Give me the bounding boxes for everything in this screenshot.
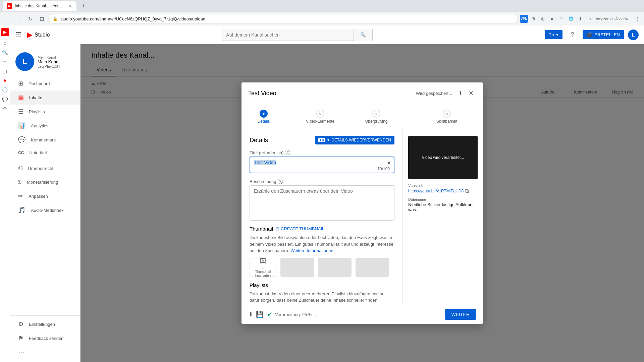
description-input[interactable] [250, 186, 394, 219]
ext-icon-2[interactable]: ◎ [539, 15, 547, 23]
playlists-section: Playlists Du kannst das Video einer oder… [250, 282, 394, 305]
tab-title: Inhalte des Kanal... - YouTu... [15, 4, 66, 8]
sidebar-item-urheberrecht[interactable]: © Urheberrecht [10, 162, 80, 175]
new-tab-button[interactable]: + [79, 3, 88, 10]
weiter-button[interactable]: WEITER [445, 309, 476, 320]
wiederverwenden-button[interactable]: Tb ▾ DETAILS WIEDERVERWENDEN [315, 136, 394, 144]
audio-icon: 🎵 [18, 206, 25, 214]
urheberrecht-label: Urheberrecht [28, 166, 53, 171]
footer-save-icon[interactable]: 💾 [256, 311, 263, 318]
ext-icon-5[interactable]: 🌐 [567, 15, 575, 23]
ext-icon-6[interactable]: ⬇ [576, 15, 584, 23]
step-connector-3 [390, 119, 419, 119]
home-button[interactable]: ⊡ [37, 14, 46, 23]
main-layout: ▶ ⌂ 🔍 ☰ ◫ ● 🕐 💬 ⊕ ☰ ▶ Studio 🔍 [0, 25, 644, 362]
description-field-label: Beschreibung ? [250, 179, 394, 184]
browser-toolbar: ← → ↻ ⊡ 🔒 studio.youtube.com/channel/UCo… [0, 12, 644, 25]
sidebar-history[interactable]: 🕐 [1, 86, 9, 94]
modal-right-panel: Video wird verarbeitet... Videolink http… [402, 129, 483, 305]
sidebar-studio[interactable]: ● [1, 76, 9, 84]
search-button[interactable]: 🔍 [354, 29, 372, 41]
channel-label: Mein Kanal [38, 55, 60, 59]
sidebar-item-kommentare[interactable]: 💬 Kommentare [10, 133, 80, 147]
reload-button[interactable]: ↻ [25, 14, 35, 23]
sidebar-explore[interactable]: 🔍 [1, 48, 9, 56]
studio-wrapper: ☰ ▶ Studio 🔍 Tb ▾ ? 🎬 ERSTELLEN [10, 25, 644, 362]
dateiname-item: Dateiname Niedliche Sticker lustige Aufk… [408, 197, 478, 212]
modal-info-button[interactable]: ℹ [455, 88, 466, 99]
sidebar-item-analytics[interactable]: 📊 Analytics [10, 119, 80, 133]
playlists-description: Du kannst das Video einer oder mehreren … [250, 291, 394, 305]
anpassen-icon: ✏ [18, 192, 23, 200]
sidebar-home[interactable]: ⌂ [1, 39, 9, 47]
thumbnail-upload-label: Thumbnail hochladen [250, 270, 276, 278]
modal-footer: ⬆ 💾 ✔ Verarbeitung: 95 % ... WEITER [241, 305, 483, 324]
browser-tab[interactable]: ▶ Inhalte des Kanal... - YouTu... ✕ [3, 1, 76, 11]
create-thumbnail-button[interactable]: ⊡ CREATE THUMBNAIL [276, 226, 324, 231]
sidebar-item-einstellungen[interactable]: ⚙ Einstellungen [10, 317, 80, 331]
videolink-container: https://youtu.be/v1RTMlEqHD8 ⧉ [408, 188, 478, 194]
address-bar[interactable]: 🔒 studio.youtube.com/channel/UCocN6zQPHQ… [48, 14, 518, 23]
sidebar-item-playlists[interactable]: ☰ Playlists [10, 105, 80, 119]
erstellen-button[interactable]: 🎬 ERSTELLEN [583, 30, 624, 39]
thumbnail-preview-1[interactable] [280, 258, 314, 277]
earn-button[interactable]: Tb ▾ [545, 30, 562, 39]
sidebar-item-more[interactable]: ⋯ [10, 345, 80, 359]
sidebar-item-inhalte[interactable]: ▤ Inhalte [10, 90, 80, 105]
thumbnail-preview-3[interactable] [356, 258, 389, 277]
modal-overlay: Test Video Wird gespeichert... ℹ ✕ ● Det… [80, 44, 644, 362]
sidebar-item-anpassen[interactable]: ✏ Anpassen [10, 189, 80, 203]
lock-icon: 🔒 [53, 16, 58, 21]
page-content: Inhalte des Kanal... Videos Livestreams … [80, 44, 644, 362]
tab-close-icon[interactable]: ✕ [68, 3, 72, 9]
videolink-url[interactable]: https://youtu.be/v1RTMlEqHD8 [408, 189, 464, 193]
forward-button[interactable]: → [14, 14, 23, 23]
sidebar-subs[interactable]: ☰ [1, 58, 9, 66]
back-button[interactable]: ← [3, 14, 12, 23]
sidebar-library[interactable]: ◫ [1, 67, 9, 75]
title-info-icon[interactable]: ? [285, 150, 290, 155]
step-ueberpruefung-circle: ○ [372, 110, 380, 118]
sidebar-item-untertitel[interactable]: CC Untertitel [10, 147, 80, 159]
footer-upload-icon[interactable]: ⬆ [248, 311, 253, 318]
dashboard-label: Dashboard [29, 81, 50, 86]
step-details-circle: ● [260, 110, 268, 118]
progress-check-icon: ✔ [267, 311, 272, 318]
thumbnail-preview-2[interactable] [318, 258, 352, 277]
studio-logo-text: Studio [35, 32, 50, 38]
modal-close-button[interactable]: ✕ [466, 88, 476, 99]
earn-chevron: ▾ [556, 32, 558, 37]
thumbnail-more-info-link[interactable]: Weitere Informationen [290, 248, 333, 253]
dateiname-value: Niedliche Sticker lustige Aufkleber was.… [408, 202, 478, 212]
title-input-inner: Test Video [250, 157, 394, 167]
channel-name: Mein Kanal [38, 59, 60, 64]
description-info-icon[interactable]: ? [278, 179, 283, 184]
sidebar-item-dashboard[interactable]: ⊞ Dashboard [10, 76, 80, 90]
playlists-icon: ☰ [18, 108, 23, 115]
ext-icon-4[interactable]: ♡ [557, 15, 566, 23]
title-counter: 10/100 [250, 167, 394, 173]
step-ueberpruefung-wrapper: ○ Überprüfung [362, 110, 419, 124]
title-input-text[interactable]: Test Video [254, 160, 276, 165]
sidebar-item-audio[interactable]: 🎵 Audio-Mediathek [10, 203, 80, 217]
sidebar-item-feedback[interactable]: ⚑ Feedback senden [10, 331, 80, 345]
address-text: studio.youtube.com/channel/UCocN6zQPHQZ_… [60, 16, 205, 21]
amazon-ext[interactable]: a [586, 15, 594, 23]
title-clear-icon[interactable]: ✕ [387, 160, 391, 166]
user-avatar[interactable]: L [628, 29, 639, 40]
vpn-icon[interactable]: VPN [520, 15, 528, 23]
sidebar-instagram[interactable]: ⊕ [1, 105, 9, 113]
hamburger-icon[interactable]: ☰ [15, 31, 21, 39]
analytics-icon: 📊 [18, 122, 25, 129]
sidebar-whatsapp[interactable]: 💬 [1, 95, 9, 103]
sidebar-item-monetarisierung[interactable]: $ Monetarisierung [10, 175, 80, 189]
thumbnail-header: Thumbnail ⊡ CREATE THUMBNAIL [250, 226, 394, 232]
ext-icon-1[interactable]: ⊞ [529, 15, 537, 23]
copy-link-icon[interactable]: ⧉ [465, 188, 469, 194]
ext-icon-3[interactable]: ▶ [548, 15, 556, 23]
search-input[interactable] [222, 32, 354, 38]
thumbnail-upload-button[interactable]: 🖼 ℹ Thumbnail hochladen [250, 258, 276, 277]
extensions-menu[interactable]: ⋮ [633, 15, 641, 23]
modal-header: Test Video Wird gespeichert... ℹ ✕ [241, 82, 483, 104]
help-button[interactable]: ? [567, 29, 579, 41]
